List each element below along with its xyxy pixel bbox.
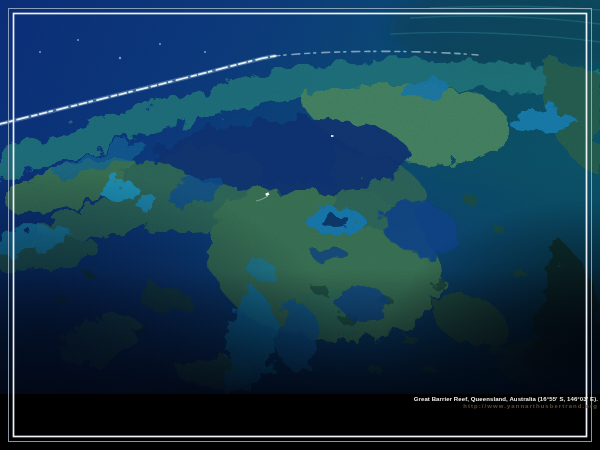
caption-url: http://www.yannarthusbertrand.org: [414, 403, 598, 410]
photo-caption: Great Barrier Reef, Queensland, Australi…: [414, 396, 598, 410]
wallpaper: Great Barrier Reef, Queensland, Australi…: [0, 0, 600, 450]
grain-overlay: [0, 0, 600, 394]
reef-photo-scene: [0, 0, 600, 394]
reef-photo: [0, 0, 600, 394]
caption-location: Great Barrier Reef, Queensland, Australi…: [414, 396, 598, 403]
